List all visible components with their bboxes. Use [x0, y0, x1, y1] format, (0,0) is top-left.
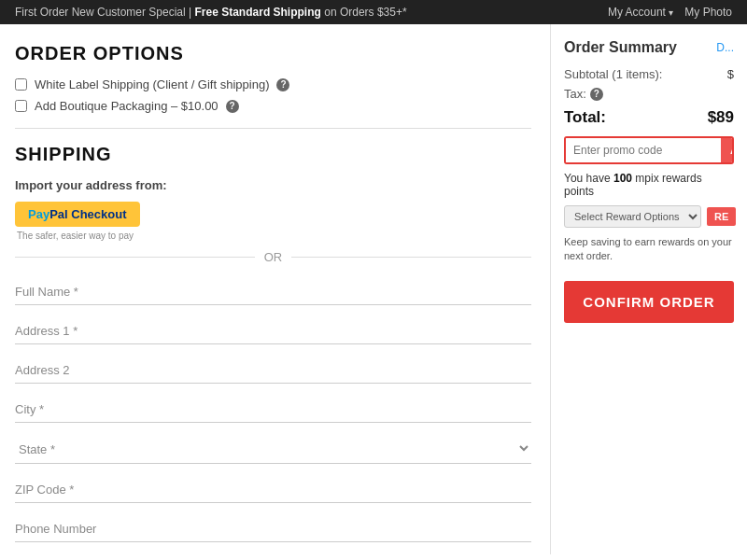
rewards-text: You have 100 mpix rewards points	[564, 172, 734, 198]
my-account-link[interactable]: My Account ▾	[608, 6, 673, 19]
phone-field	[15, 512, 531, 552]
promo-input[interactable]	[566, 138, 721, 162]
boutique-label: Add Boutique Packaging – $10.00	[35, 99, 218, 113]
paypal-logo: PayPal Checkout	[28, 207, 127, 221]
zip-input[interactable]	[15, 473, 531, 503]
address2-field	[15, 354, 531, 393]
paypal-sub-text: The safer, easier way to pay	[17, 231, 531, 241]
pay-text: Pay	[28, 207, 49, 221]
right-panel: Order Summary D... Subtotal (1 items): $…	[551, 24, 747, 554]
top-bar: First Order New Customer Special | Free …	[0, 0, 747, 24]
pal-text: Pal	[49, 207, 68, 221]
state-field: State *	[15, 432, 531, 473]
free-shipping-rest: on Orders $35+*	[324, 6, 406, 19]
city-field	[15, 393, 531, 432]
white-label-help-icon[interactable]: ?	[276, 78, 289, 91]
divider-1	[15, 128, 531, 129]
top-bar-promo: First Order New Customer Special | Free …	[15, 6, 407, 19]
shipping-section: SHIPPING Import your address from: PayPa…	[15, 144, 531, 552]
rewards-pre: You have	[564, 172, 613, 185]
promo-apply-button[interactable]: APPLY	[721, 138, 734, 162]
zip-field	[15, 473, 531, 512]
white-label-checkbox[interactable]	[15, 78, 27, 91]
subtotal-value: $	[727, 67, 734, 81]
white-label-row: White Label Shipping (Client / Gift ship…	[15, 77, 531, 91]
left-panel: ORDER OPTIONS White Label Shipping (Clie…	[0, 24, 551, 554]
rewards-amount: 100	[613, 172, 632, 185]
state-select[interactable]: State *	[15, 432, 531, 464]
tax-row: Tax: ?	[564, 87, 734, 101]
order-summary-header: Order Summary D...	[564, 39, 734, 56]
checkout-text: Checkout	[71, 207, 126, 221]
address1-field	[15, 315, 531, 354]
order-details-link[interactable]: D...	[716, 41, 734, 54]
first-order-text: First Order New Customer Special	[15, 6, 186, 19]
promo-row: APPLY	[564, 136, 734, 164]
main-layout: ORDER OPTIONS White Label Shipping (Clie…	[0, 24, 747, 554]
my-account-arrow: ▾	[669, 7, 673, 18]
tax-help-icon[interactable]: ?	[590, 88, 603, 101]
white-label-label: White Label Shipping (Client / Gift ship…	[35, 77, 269, 91]
shipping-title: SHIPPING	[15, 144, 531, 165]
rewards-redeem-button[interactable]: RE	[707, 207, 736, 226]
top-bar-nav: My Account ▾ My Photo	[608, 6, 732, 19]
full-name-input[interactable]	[15, 275, 531, 305]
order-summary-title: Order Summary	[564, 39, 677, 56]
keep-saving-text: Keep saving to earn rewards on your next…	[564, 235, 734, 264]
rewards-select-row: Select Reward Options RE	[564, 205, 734, 228]
paypal-checkout-button[interactable]: PayPal Checkout	[15, 202, 140, 227]
total-value: $89	[708, 108, 734, 127]
tax-label: Tax:	[564, 87, 586, 101]
address1-input[interactable]	[15, 315, 531, 344]
order-options-title: ORDER OPTIONS	[15, 43, 531, 64]
paypal-container: PayPal Checkout The safer, easier way to…	[15, 202, 531, 241]
city-input[interactable]	[15, 393, 531, 423]
free-shipping-bold: Free Standard Shipping	[195, 6, 321, 19]
boutique-checkbox[interactable]	[15, 100, 27, 112]
or-text: OR	[264, 250, 283, 264]
subtotal-row: Subtotal (1 items): $	[564, 67, 734, 81]
subtotal-label: Subtotal (1 items):	[564, 67, 663, 81]
rewards-select[interactable]: Select Reward Options	[564, 205, 701, 228]
total-label: Total:	[564, 108, 606, 127]
my-photo-link[interactable]: My Photo	[684, 6, 732, 19]
or-divider: OR	[15, 250, 531, 264]
boutique-row: Add Boutique Packaging – $10.00 ?	[15, 99, 531, 113]
phone-input[interactable]	[15, 512, 531, 542]
full-name-field	[15, 275, 531, 315]
address2-input[interactable]	[15, 354, 531, 384]
import-label: Import your address from:	[15, 178, 531, 192]
confirm-order-button[interactable]: CONFIRM ORDER	[564, 281, 734, 323]
boutique-help-icon[interactable]: ?	[226, 100, 239, 113]
total-row: Total: $89	[564, 108, 734, 127]
